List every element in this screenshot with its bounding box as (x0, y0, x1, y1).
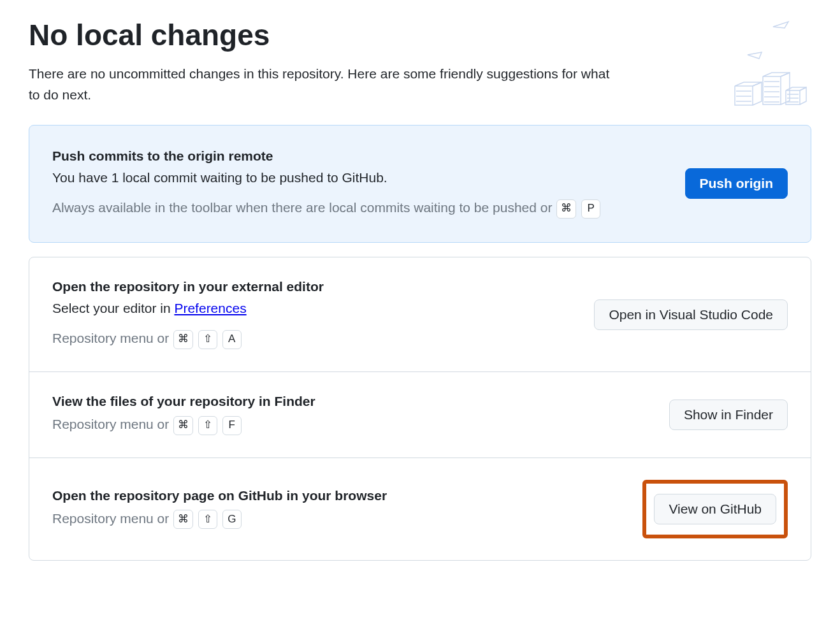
kbd-shift: ⇧ (198, 510, 217, 529)
view-github-heading: Open the repository page on GitHub in yo… (52, 488, 623, 503)
open-editor-text: Open the repository in your external edi… (52, 279, 575, 350)
kbd-cmd: ⌘ (556, 199, 576, 219)
open-editor-hint: Repository menu or ⌘ ⇧ A (52, 327, 575, 350)
kbd-cmd: ⌘ (173, 416, 193, 435)
page-subtitle: There are no uncommitted changes in this… (29, 63, 621, 106)
kbd-g: G (222, 510, 242, 529)
kbd-f: F (222, 416, 242, 435)
push-commits-hint: Always available in the toolbar when the… (52, 196, 666, 219)
view-on-github-highlight: View on GitHub (642, 480, 788, 538)
kbd-shift: ⇧ (198, 330, 217, 349)
open-editor-card: Open the repository in your external edi… (29, 257, 811, 371)
view-github-card: Open the repository page on GitHub in yo… (29, 457, 811, 560)
show-in-finder-button[interactable]: Show in Finder (669, 400, 788, 430)
suggestion-list: Open the repository in your external edi… (29, 257, 811, 561)
view-github-text: Open the repository page on GitHub in yo… (52, 488, 623, 530)
push-commits-text: Push commits to the origin remote You ha… (52, 148, 666, 219)
push-commits-heading: Push commits to the origin remote (52, 148, 666, 164)
show-finder-hint-text: Repository menu or (52, 417, 173, 431)
view-github-hint: Repository menu or ⌘ ⇧ G (52, 507, 623, 530)
open-editor-heading: Open the repository in your external edi… (52, 279, 575, 294)
push-commits-card: Push commits to the origin remote You ha… (29, 125, 811, 243)
open-vscode-button[interactable]: Open in Visual Studio Code (594, 299, 788, 330)
kbd-shift: ⇧ (198, 416, 217, 435)
push-origin-button[interactable]: Push origin (685, 168, 788, 199)
view-github-hint-text: Repository menu or (52, 511, 173, 526)
header: No local changes There are no uncommitte… (29, 19, 811, 106)
page-title: No local changes (29, 19, 811, 52)
kbd-cmd: ⌘ (173, 330, 193, 349)
open-editor-desc-prefix: Select your editor in (52, 301, 174, 315)
show-finder-text: View the files of your repository in Fin… (52, 394, 650, 436)
kbd-cmd: ⌘ (173, 510, 193, 529)
view-on-github-button[interactable]: View on GitHub (654, 494, 776, 524)
push-hint-text: Always available in the toolbar when the… (52, 200, 556, 215)
kbd-p: P (581, 199, 600, 219)
show-finder-heading: View the files of your repository in Fin… (52, 394, 650, 409)
show-finder-card: View the files of your repository in Fin… (29, 371, 811, 457)
kbd-a: A (222, 330, 242, 349)
push-commits-desc: You have 1 local commit waiting to be pu… (52, 168, 666, 188)
paper-stack-illustration (697, 19, 811, 115)
open-editor-hint-text: Repository menu or (52, 331, 173, 345)
show-finder-hint: Repository menu or ⌘ ⇧ F (52, 413, 650, 436)
preferences-link[interactable]: Preferences (174, 301, 246, 315)
open-editor-desc: Select your editor in Preferences (52, 298, 575, 319)
